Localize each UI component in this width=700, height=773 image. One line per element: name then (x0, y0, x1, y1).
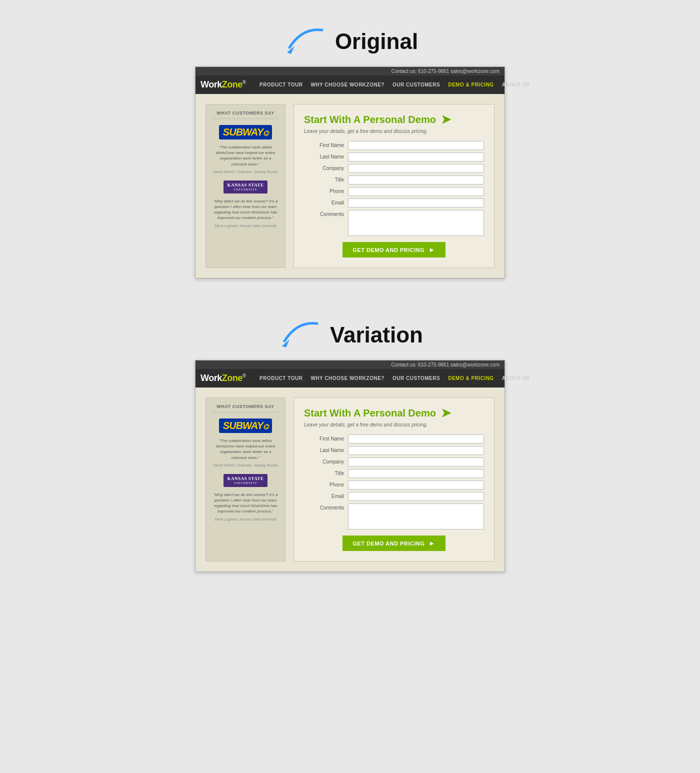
variation-logo[interactable]: WorkZone® (200, 369, 256, 388)
variation-arrow-icon (277, 318, 322, 351)
nav-bar: WorkZone® PRODUCT TOUR WHY CHOOSE WORKZO… (196, 76, 504, 94)
variation-kansas-logo: Kansas State University (224, 474, 268, 487)
variation-section-label: Variation (277, 318, 423, 351)
title-label: Title (304, 176, 344, 184)
variation-title-input[interactable] (348, 469, 484, 478)
variation-last-name-label: Last Name (304, 446, 344, 455)
variation-subway-logo-container: SUBWAY⌬ (212, 418, 279, 433)
nav-why-workzone[interactable]: WHY CHOOSE WORKZONE? (306, 76, 388, 94)
nav-links: PRODUCT TOUR WHY CHOOSE WORKZONE? OUR CU… (256, 76, 534, 94)
submit-arrow-icon: ► (428, 246, 435, 254)
variation-phone-label: Phone (304, 480, 344, 490)
variation-logo-zone: Zone (222, 373, 242, 383)
subway-logo: SUBWAY⌬ (219, 125, 272, 140)
last-name-label: Last Name (304, 152, 344, 162)
subway-text: SUBWAY (223, 126, 263, 138)
phone-label: Phone (304, 187, 344, 196)
logo-reg: ® (242, 80, 246, 85)
email-label: Email (304, 198, 344, 208)
variation-header-contact-bar: Contact us: 610-275-9861 sales@workzone.… (196, 360, 504, 369)
variation-nav-product-tour[interactable]: PRODUCT TOUR (256, 370, 306, 387)
demo-subtitle: Leave your details, get a free demo and … (304, 128, 484, 134)
demo-title-text: Start With A Personal Demo (304, 114, 436, 126)
kansas-logo-container: Kansas State University (212, 180, 279, 194)
demo-arrow-icon: ➤ (441, 112, 451, 126)
subway-quote: "The collaboration tools within WorkZone… (212, 144, 279, 167)
kansas-text-line1: Kansas State (228, 182, 264, 188)
kansas-logo: Kansas State University (224, 180, 268, 194)
kansas-text-line2: University (228, 188, 264, 192)
variation-demo-arrow-icon: ➤ (441, 406, 451, 420)
variation-subway-text: SUBWAY (223, 420, 263, 431)
content-area: WHAT CUSTOMERS SAY SUBWAY⌬ "The collabor… (196, 94, 504, 278)
variation-phone-input[interactable] (348, 480, 484, 490)
logo[interactable]: WorkZone® (200, 76, 256, 94)
variation-right-panel: Start With A Personal Demo ➤ Leave your … (294, 398, 494, 562)
header-contact-bar: Contact us: 610-275-9861 sales@workzone.… (196, 67, 504, 76)
comments-textarea[interactable] (348, 210, 484, 236)
variation-nav-demo-pricing[interactable]: DEMO & PRICING (444, 370, 498, 387)
nav-our-customers[interactable]: OUR CUSTOMERS (388, 76, 444, 94)
customers-heading: WHAT CUSTOMERS SAY (212, 110, 279, 119)
variation-browser-window: Contact us: 610-275-9861 sales@workzone.… (195, 360, 505, 572)
email-input[interactable] (348, 198, 484, 208)
variation-last-name-input[interactable] (348, 446, 484, 455)
variation-kansas-attribution: Steve Logback, Kansas State University (212, 518, 279, 521)
variation-contact-info: Contact us: 610-275-9861 sales@workzone.… (392, 362, 500, 368)
variation-kansas-logo-container: Kansas State University (212, 474, 279, 487)
variation-nav-links: PRODUCT TOUR WHY CHOOSE WORKZONE? OUR CU… (256, 370, 534, 387)
variation-nav-why-workzone[interactable]: WHY CHOOSE WORKZONE? (306, 370, 388, 387)
subway-logo-container: SUBWAY⌬ (212, 125, 279, 140)
right-panel: Start With A Personal Demo ➤ Leave your … (294, 104, 494, 268)
logo-zone: Zone (222, 80, 242, 90)
title-input[interactable] (348, 176, 484, 184)
variation-comments-label: Comments (304, 504, 344, 530)
submit-button[interactable]: GET DEMO AND PRICING ► (342, 242, 445, 258)
left-panel: WHAT CUSTOMERS SAY SUBWAY⌬ "The collabor… (206, 104, 286, 268)
subway-attribution: David Worrell, Chairman, Subway Russia (212, 170, 279, 174)
variation-email-input[interactable] (348, 492, 484, 501)
comments-label: Comments (304, 210, 344, 236)
variation-comments-textarea[interactable] (348, 504, 484, 530)
variation-nav-about-us[interactable]: ABOUT US (498, 370, 534, 387)
variation-kansas-quote: "Why didn't we do this sooner? It's a qu… (212, 492, 279, 514)
original-label-text: Original (335, 29, 418, 54)
logo-work: Work (200, 80, 222, 90)
kansas-quote: "Why didn't we do this sooner? It's a qu… (212, 198, 279, 221)
form-fields: First Name Last Name Company Title Phone… (304, 141, 484, 236)
variation-subway-quote: "The collaboration tools within WorkZone… (212, 438, 279, 460)
phone-input[interactable] (348, 187, 484, 196)
variation-submit-label: GET DEMO AND PRICING (352, 540, 424, 546)
company-label: Company (304, 164, 344, 173)
variation-demo-subtitle: Leave your details, get a free demo and … (304, 422, 484, 428)
contact-info: Contact us: 610-275-9861 sales@workzone.… (392, 68, 500, 74)
variation-left-panel: WHAT CUSTOMERS SAY SUBWAY⌬ "The collabor… (206, 398, 286, 562)
variation-logo-reg: ® (242, 373, 246, 378)
original-browser-window: Contact us: 610-275-9861 sales@workzone.… (195, 66, 505, 278)
variation-company-label: Company (304, 458, 344, 466)
company-input[interactable] (348, 164, 484, 173)
variation-submit-area: GET DEMO AND PRICING ► (304, 536, 484, 551)
nav-about-us[interactable]: ABOUT US (498, 76, 534, 94)
variation-nav-bar: WorkZone® PRODUCT TOUR WHY CHOOSE WORKZO… (196, 369, 504, 388)
variation-content-area: WHAT CUSTOMERS SAY SUBWAY⌬ "The collabor… (196, 388, 504, 572)
variation-nav-our-customers[interactable]: OUR CUSTOMERS (388, 370, 444, 387)
variation-submit-arrow-icon: ► (428, 540, 435, 547)
variation-first-name-input[interactable] (348, 434, 484, 444)
demo-title: Start With A Personal Demo ➤ (304, 112, 484, 126)
nav-demo-pricing[interactable]: DEMO & PRICING (444, 76, 498, 94)
last-name-input[interactable] (348, 152, 484, 162)
first-name-input[interactable] (348, 141, 484, 150)
variation-kansas-text-line2: University (228, 481, 264, 485)
submit-label: GET DEMO AND PRICING (352, 247, 424, 253)
variation-subway-attribution: David Worrell, Chairman, Subway Russia (212, 464, 279, 467)
variation-company-input[interactable] (348, 458, 484, 466)
nav-product-tour[interactable]: PRODUCT TOUR (256, 76, 306, 94)
first-name-label: First Name (304, 141, 344, 150)
variation-label-text: Variation (330, 322, 423, 348)
variation-submit-button[interactable]: GET DEMO AND PRICING ► (342, 536, 445, 551)
variation-kansas-text-line1: Kansas State (228, 476, 264, 481)
variation-subway-logo: SUBWAY⌬ (219, 418, 272, 433)
variation-first-name-label: First Name (304, 434, 344, 444)
original-arrow-icon (282, 25, 327, 58)
